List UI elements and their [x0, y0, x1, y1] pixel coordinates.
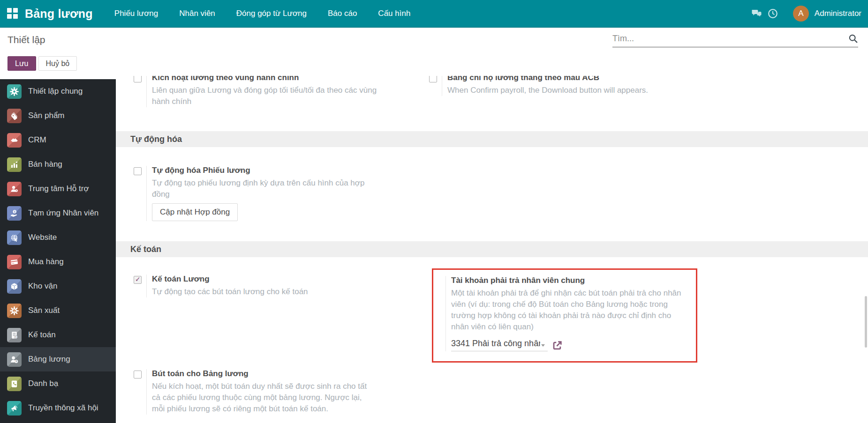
- settings-content: Kích hoạt lương theo vùng hành chính Liê…: [116, 76, 868, 423]
- activities-clock-icon[interactable]: [765, 8, 781, 19]
- external-link-icon[interactable]: [552, 340, 563, 351]
- helpdesk-icon: [7, 182, 22, 196]
- setting-acb-sheet: Bảng chi hộ lương tháng theo mẫu ACB Whe…: [429, 76, 719, 96]
- messages-icon[interactable]: [749, 8, 765, 19]
- setting-desc: Một tài khoản phải trả để ghi nhận các b…: [451, 288, 682, 333]
- globe-icon: [7, 230, 22, 245]
- menu-item-payslips[interactable]: Phiếu lương: [113, 6, 159, 21]
- payroll-accounting-checkbox[interactable]: [134, 276, 142, 284]
- auto-payslip-checkbox[interactable]: [134, 167, 142, 175]
- setting-region-pay: Kích hoạt lương theo vùng hành chính Liê…: [134, 76, 378, 107]
- setting-title: Kế toán Lương: [152, 275, 377, 284]
- sidebar-item-general-settings[interactable]: Thiết lập chung: [0, 79, 116, 104]
- phone-icon: [7, 377, 22, 391]
- sidebar-item-helpdesk[interactable]: Trung tâm Hỗ trợ: [0, 177, 116, 201]
- setting-title: Tài khoản phải trả nhân viên chung: [451, 276, 687, 285]
- payable-account-highlight: Tài khoản phải trả nhân viên chung Một t…: [432, 268, 697, 363]
- credit-card-icon: [7, 255, 22, 269]
- tags-icon: [7, 109, 22, 123]
- sidebar-item-employee-advance[interactable]: $ Tạm ứng Nhân viên: [0, 201, 116, 225]
- sidebar-item-crm[interactable]: CRM: [0, 128, 116, 152]
- navbar-right: A Administrator: [749, 6, 861, 22]
- user-avatar[interactable]: A: [793, 6, 809, 22]
- apps-grid-icon[interactable]: [7, 8, 18, 19]
- batch-entry-checkbox[interactable]: [134, 371, 142, 378]
- payable-account-select[interactable]: 3341 Phải trả công nhân v: [451, 339, 548, 351]
- sidebar-item-website[interactable]: Website: [0, 225, 116, 250]
- setting-desc: Liên quan giữa Lương và đóng góp tối tiể…: [152, 85, 378, 107]
- save-button[interactable]: Lưu: [8, 56, 36, 71]
- advance-money-icon: $: [7, 206, 22, 221]
- handshake-icon: [7, 133, 22, 148]
- top-navbar: Bảng lương Phiếu lương Nhân viên Đóng gó…: [0, 0, 868, 28]
- setting-auto-payslip: Tự động hóa Phiếu lương Tự động tạo phiế…: [134, 166, 375, 221]
- region-pay-checkbox[interactable]: [134, 76, 142, 82]
- sidebar-item-social[interactable]: Truyền thông xã hội: [0, 396, 116, 420]
- sidebar-item-payroll[interactable]: $ Bảng lương: [0, 347, 116, 371]
- setting-desc: When Confirm payroll, the Download butto…: [447, 85, 719, 96]
- payable-account-value: 3341 Phải trả công nhân v: [451, 339, 540, 349]
- svg-text:$: $: [15, 335, 16, 338]
- payroll-icon: $: [7, 352, 22, 367]
- payroll-settings-screen: Bảng lương Phiếu lương Nhân viên Đóng gó…: [0, 0, 868, 423]
- setting-desc: Tự động tạo các bút toán lương cho kế to…: [152, 286, 377, 297]
- sidebar-item-inventory[interactable]: Kho vận: [0, 274, 116, 298]
- app-brand[interactable]: Bảng lương: [25, 7, 93, 21]
- acb-sheet-checkbox[interactable]: [429, 76, 437, 82]
- setting-title: Bút toán cho Bảng lương: [152, 369, 376, 378]
- menu-item-configuration[interactable]: Cấu hình: [377, 6, 411, 21]
- box-icon: [7, 279, 22, 294]
- setting-payroll-accounting: Kế toán Lương Tự động tạo các bút toán l…: [134, 275, 377, 297]
- setting-desc: Nếu kích hoạt, một bút toán duy nhất sẽ …: [152, 381, 376, 415]
- sales-chart-icon: [7, 157, 22, 172]
- invoice-icon: $: [7, 328, 22, 342]
- gear-icon: [7, 84, 22, 99]
- sidebar-item-purchase[interactable]: Mua hàng: [0, 250, 116, 274]
- settings-sidebar: Thiết lập chung Sản phẩm CRM: [0, 79, 116, 423]
- sidebar-item-sales[interactable]: Bán hàng: [0, 152, 116, 177]
- svg-text:$: $: [14, 210, 15, 213]
- search-box: [612, 30, 858, 47]
- scrollbar-thumb[interactable]: [865, 296, 867, 348]
- page-title: Thiết lập: [8, 34, 45, 45]
- control-panel: Thiết lập Lưu Huỷ bỏ: [0, 28, 868, 76]
- sidebar-item-products[interactable]: Sản phẩm: [0, 104, 116, 128]
- setting-desc: Tự động tạo phiếu lương định kỳ dựa trên…: [152, 178, 375, 200]
- setting-title: Kích hoạt lương theo vùng hành chính: [152, 76, 378, 82]
- sidebar-item-contacts[interactable]: Danh bạ: [0, 371, 116, 396]
- sidebar-item-manufacturing[interactable]: a Sản xuất: [0, 298, 116, 323]
- sidebar-item-accounting[interactable]: $ Kế toán: [0, 323, 116, 347]
- discard-button[interactable]: Huỷ bỏ: [38, 56, 77, 71]
- setting-title: Tự động hóa Phiếu lương: [152, 166, 375, 175]
- menu-item-contributions[interactable]: Đóng góp từ Lương: [235, 6, 308, 21]
- main-menu: Phiếu lương Nhân viên Đóng góp từ Lương …: [113, 6, 412, 21]
- update-contract-button[interactable]: Cập nhật Hợp đồng: [152, 203, 238, 221]
- svg-text:$: $: [15, 360, 17, 363]
- section-header-automation: Tự động hóa: [116, 131, 868, 147]
- menu-item-reports[interactable]: Báo cáo: [327, 6, 358, 21]
- megaphone-icon: [7, 401, 22, 416]
- section-header-accounting: Kế toán: [116, 241, 868, 257]
- setting-batch-entry: Bút toán cho Bảng lương Nếu kích hoạt, m…: [134, 369, 376, 415]
- search-input[interactable]: [612, 34, 848, 44]
- menu-item-employees[interactable]: Nhân viên: [178, 6, 216, 21]
- factory-gear-icon: a: [7, 304, 22, 318]
- user-name[interactable]: Administrator: [815, 9, 861, 18]
- chevron-down-icon: [541, 344, 545, 347]
- search-icon[interactable]: [848, 34, 858, 44]
- setting-title: Bảng chi hộ lương tháng theo mẫu ACB: [447, 76, 719, 82]
